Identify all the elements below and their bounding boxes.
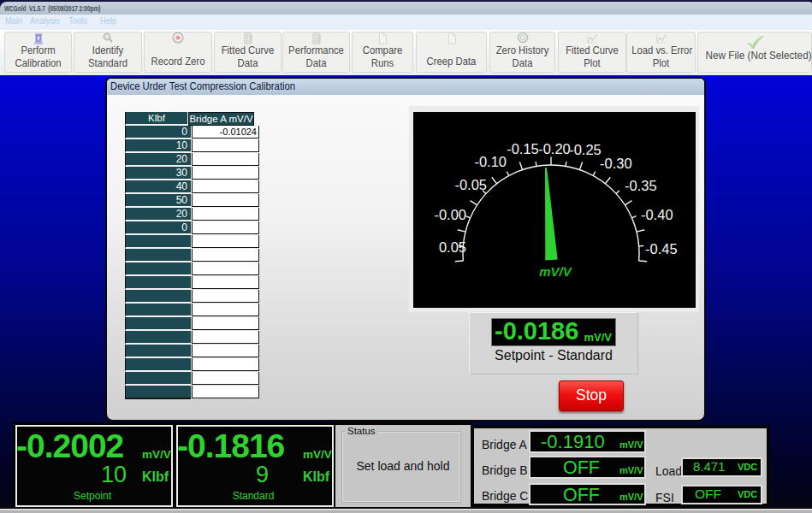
svg-text:-0.15: -0.15 [507, 141, 539, 156]
svg-text:-0.10: -0.10 [474, 154, 507, 169]
svg-text:-0.30: -0.30 [600, 156, 632, 171]
svg-text:-0.00: -0.00 [434, 207, 466, 222]
svg-text:mV/V: mV/V [539, 264, 573, 279]
svg-text:-0.25: -0.25 [569, 142, 602, 157]
svg-text:-0.45: -0.45 [645, 241, 678, 256]
svg-text:-0.20: -0.20 [538, 141, 571, 156]
svg-text:-0.35: -0.35 [625, 178, 657, 193]
svg-text:-0.40: -0.40 [641, 207, 673, 222]
svg-text:0.05: 0.05 [439, 239, 466, 255]
svg-text:-0.05: -0.05 [454, 177, 487, 192]
